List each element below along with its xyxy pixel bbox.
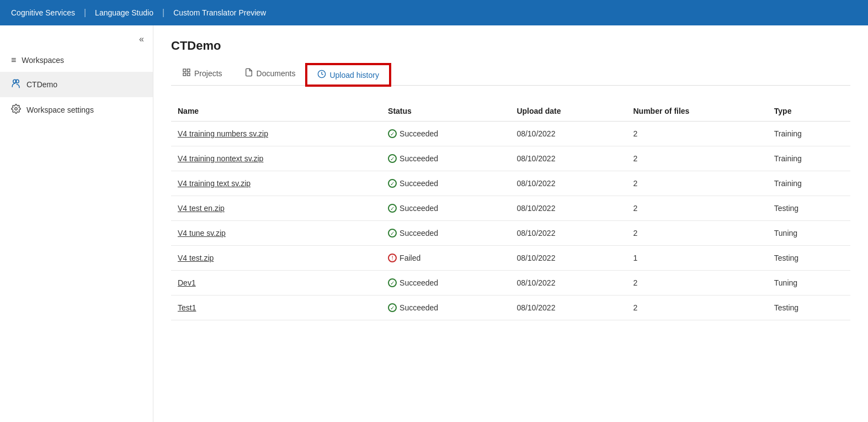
- col-status: Status: [381, 101, 510, 122]
- cell-type: Training: [768, 122, 850, 146]
- nav-language-studio[interactable]: Language Studio: [95, 8, 153, 17]
- tab-projects[interactable]: Projects: [171, 62, 233, 86]
- cell-status: ✓Succeeded: [381, 221, 510, 246]
- table-row: V4 training text sv.zip✓Succeeded08/10/2…: [171, 171, 850, 196]
- cell-status: ✓Succeeded: [381, 296, 510, 320]
- tab-upload-history-label: Upload history: [329, 71, 379, 80]
- tab-bar: Projects Documents Uploa: [171, 62, 850, 86]
- cell-status: !Failed: [381, 246, 510, 271]
- cell-type: Tuning: [768, 221, 850, 246]
- tab-projects-label: Projects: [194, 69, 222, 78]
- cell-num-files: 2: [627, 271, 768, 296]
- sidebar-label-workspace-settings: Workspace settings: [26, 106, 94, 114]
- nav-divider-2: |: [162, 8, 164, 18]
- status-text: Succeeded: [400, 179, 438, 188]
- cell-type: Testing: [768, 296, 850, 320]
- cell-name[interactable]: Dev1: [171, 271, 381, 296]
- status-text: Succeeded: [400, 229, 438, 238]
- table-row: Dev1✓Succeeded08/10/20222Tuning: [171, 271, 850, 296]
- status-text: Succeeded: [400, 154, 438, 163]
- success-icon: ✓: [388, 154, 397, 163]
- sidebar-collapse-button[interactable]: «: [0, 30, 153, 49]
- col-num-files: Number of files: [627, 101, 768, 122]
- tab-upload-history[interactable]: Upload history: [306, 64, 390, 86]
- sidebar-label-workspaces: Workspaces: [22, 56, 64, 65]
- cell-type: Testing: [768, 196, 850, 221]
- cell-name[interactable]: V4 training nontext sv.zip: [171, 146, 381, 171]
- cell-upload-date: 08/10/2022: [510, 196, 626, 221]
- ctdemo-icon: [11, 78, 21, 91]
- col-type: Type: [768, 101, 850, 122]
- documents-icon: [244, 68, 253, 78]
- svg-point-2: [15, 108, 18, 110]
- table-row: V4 tune sv.zip✓Succeeded08/10/20222Tunin…: [171, 221, 850, 246]
- cell-name[interactable]: V4 training text sv.zip: [171, 171, 381, 196]
- success-icon: ✓: [388, 129, 397, 138]
- cell-type: Testing: [768, 246, 850, 271]
- cell-status: ✓Succeeded: [381, 122, 510, 146]
- cell-type: Training: [768, 171, 850, 196]
- svg-rect-4: [187, 69, 190, 72]
- cell-upload-date: 08/10/2022: [510, 296, 626, 320]
- svg-rect-3: [183, 69, 186, 72]
- table-row: V4 training nontext sv.zip✓Succeeded08/1…: [171, 146, 850, 171]
- cell-name[interactable]: V4 tune sv.zip: [171, 221, 381, 246]
- workspaces-icon: ≡: [11, 55, 16, 65]
- cell-num-files: 2: [627, 296, 768, 320]
- tab-documents[interactable]: Documents: [233, 62, 307, 86]
- status-text: Succeeded: [400, 129, 438, 138]
- sidebar-item-workspaces[interactable]: ≡ Workspaces: [0, 49, 153, 72]
- table-row: V4 test en.zip✓Succeeded08/10/20222Testi…: [171, 196, 850, 221]
- cell-type: Tuning: [768, 271, 850, 296]
- nav-divider-1: |: [84, 8, 86, 18]
- upload-history-table: Name Status Upload date Number of files …: [171, 101, 850, 320]
- nav-cognitive-services[interactable]: Cognitive Services: [11, 8, 75, 17]
- svg-rect-5: [187, 73, 190, 76]
- cell-name[interactable]: V4 test en.zip: [171, 196, 381, 221]
- cell-upload-date: 08/10/2022: [510, 271, 626, 296]
- cell-status: ✓Succeeded: [381, 271, 510, 296]
- status-text: Succeeded: [400, 278, 438, 287]
- main-content: CTDemo Projects Docu: [153, 25, 868, 422]
- success-icon: ✓: [388, 303, 397, 312]
- success-icon: ✓: [388, 278, 397, 287]
- cell-status: ✓Succeeded: [381, 171, 510, 196]
- success-icon: ✓: [388, 229, 397, 238]
- cell-num-files: 2: [627, 171, 768, 196]
- fail-icon: !: [388, 254, 397, 262]
- cell-upload-date: 08/10/2022: [510, 246, 626, 271]
- svg-rect-6: [183, 73, 186, 76]
- cell-name[interactable]: V4 training numbers sv.zip: [171, 122, 381, 146]
- main-layout: « ≡ Workspaces CTDemo Works: [0, 25, 868, 422]
- sidebar-label-ctdemo: CTDemo: [26, 80, 57, 89]
- sidebar-item-ctdemo[interactable]: CTDemo: [0, 72, 153, 97]
- cell-num-files: 1: [627, 246, 768, 271]
- cell-num-files: 2: [627, 122, 768, 146]
- cell-status: ✓Succeeded: [381, 146, 510, 171]
- status-text: Succeeded: [400, 303, 438, 312]
- cell-upload-date: 08/10/2022: [510, 171, 626, 196]
- top-nav: Cognitive Services | Language Studio | C…: [0, 0, 868, 25]
- cell-num-files: 2: [627, 221, 768, 246]
- col-name: Name: [171, 101, 381, 122]
- cell-name[interactable]: Test1: [171, 296, 381, 320]
- page-title: CTDemo: [171, 39, 850, 53]
- cell-name[interactable]: V4 test.zip: [171, 246, 381, 271]
- status-text: Failed: [400, 254, 420, 262]
- sidebar-item-workspace-settings[interactable]: Workspace settings: [0, 97, 153, 123]
- upload-history-icon: [317, 70, 326, 80]
- cell-type: Training: [768, 146, 850, 171]
- cell-num-files: 2: [627, 196, 768, 221]
- table-row: V4 training numbers sv.zip✓Succeeded08/1…: [171, 122, 850, 146]
- table-row: V4 test.zip!Failed08/10/20221Testing: [171, 246, 850, 271]
- col-upload-date: Upload date: [510, 101, 626, 122]
- projects-icon: [182, 68, 191, 78]
- cell-num-files: 2: [627, 146, 768, 171]
- success-icon: ✓: [388, 179, 397, 188]
- success-icon: ✓: [388, 204, 397, 213]
- workspace-settings-icon: [11, 104, 21, 116]
- nav-custom-translator[interactable]: Custom Translator Preview: [173, 8, 266, 17]
- status-text: Succeeded: [400, 204, 438, 213]
- cell-upload-date: 08/10/2022: [510, 146, 626, 171]
- cell-upload-date: 08/10/2022: [510, 122, 626, 146]
